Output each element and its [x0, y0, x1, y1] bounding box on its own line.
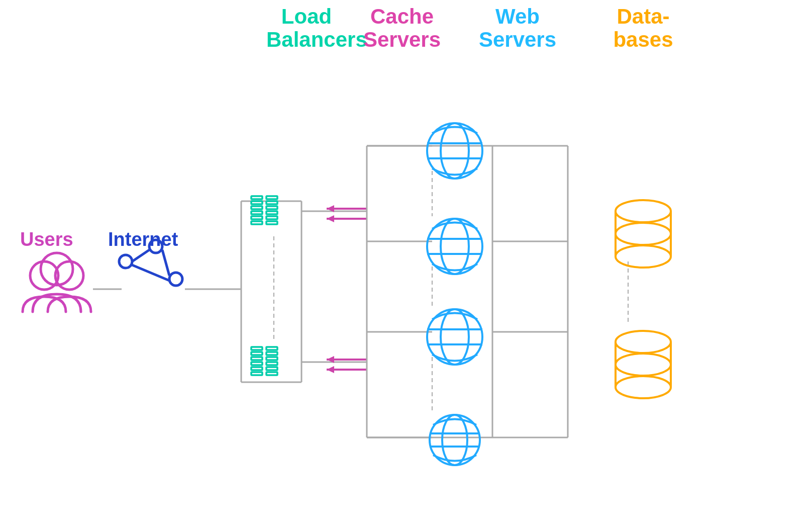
- svg-line-8: [132, 265, 169, 281]
- svg-rect-24: [251, 352, 262, 355]
- svg-rect-18: [266, 201, 277, 204]
- lb2-icon: [251, 347, 277, 375]
- svg-rect-30: [266, 352, 277, 355]
- svg-point-71: [616, 223, 671, 245]
- svg-point-5: [169, 273, 182, 286]
- svg-rect-25: [251, 357, 262, 360]
- svg-rect-14: [251, 211, 262, 214]
- svg-rect-32: [266, 362, 277, 365]
- svg-point-53: [441, 219, 469, 274]
- ws2-icon: [427, 219, 482, 274]
- svg-rect-29: [266, 347, 277, 350]
- svg-point-75: [616, 376, 671, 398]
- svg-marker-38: [327, 366, 334, 373]
- svg-rect-21: [266, 216, 277, 219]
- svg-point-61: [442, 415, 467, 465]
- svg-rect-23: [251, 347, 262, 350]
- svg-rect-15: [251, 216, 262, 219]
- svg-rect-27: [251, 367, 262, 370]
- users-icon: [23, 253, 91, 312]
- svg-rect-33: [266, 367, 277, 370]
- svg-rect-11: [251, 196, 262, 199]
- svg-point-67: [616, 200, 671, 222]
- ws1-icon: [427, 123, 482, 179]
- lb1-icon: [251, 196, 277, 224]
- diagram-container: LoadBalancers CacheServers WebServers Da…: [0, 0, 812, 531]
- svg-marker-36: [327, 215, 334, 222]
- svg-rect-31: [266, 357, 277, 360]
- svg-line-7: [162, 250, 169, 276]
- svg-rect-13: [251, 206, 262, 209]
- svg-point-3: [119, 255, 132, 268]
- svg-rect-20: [266, 211, 277, 214]
- svg-point-76: [616, 353, 671, 376]
- svg-rect-17: [266, 196, 277, 199]
- svg-rect-22: [266, 221, 277, 224]
- architecture-diagram: [0, 0, 812, 531]
- svg-point-70: [616, 245, 671, 268]
- svg-line-6: [132, 250, 149, 261]
- svg-rect-26: [251, 362, 262, 365]
- svg-point-57: [441, 309, 469, 365]
- svg-rect-34: [266, 372, 277, 375]
- svg-point-72: [616, 331, 671, 353]
- svg-rect-19: [266, 206, 277, 209]
- svg-point-4: [149, 240, 162, 253]
- db2-icon: [616, 331, 671, 398]
- ws4-icon: [430, 415, 480, 465]
- svg-rect-16: [251, 221, 262, 224]
- internet-icon: [119, 240, 182, 286]
- svg-rect-12: [251, 201, 262, 204]
- svg-rect-28: [251, 372, 262, 375]
- ws3-icon: [427, 309, 482, 365]
- svg-point-49: [441, 123, 469, 179]
- db1-icon: [616, 200, 671, 268]
